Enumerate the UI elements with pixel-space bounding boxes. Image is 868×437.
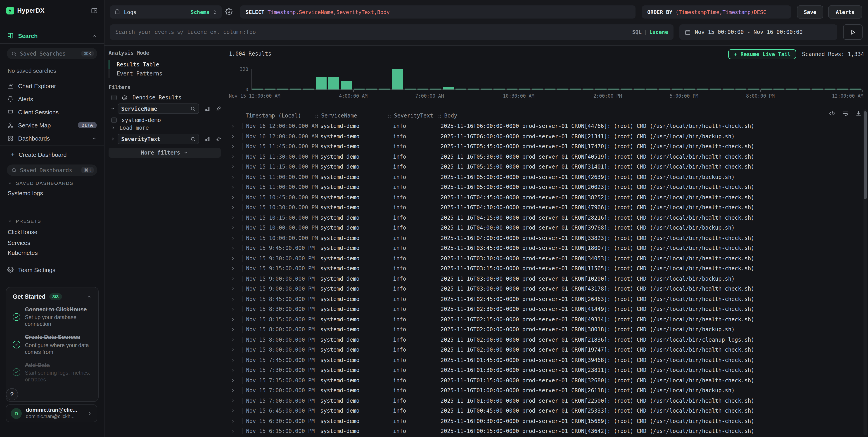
sidebar-item-clickhouse[interactable]: ClickHouse xyxy=(0,227,104,237)
chevron-up-icon[interactable] xyxy=(87,294,92,299)
histogram-bar[interactable] xyxy=(417,88,428,90)
histogram-bar[interactable] xyxy=(481,88,492,90)
download-icon[interactable] xyxy=(855,110,862,116)
log-row[interactable]: Nov 15 6:15:00.000 PMsystemd-demoinfo202… xyxy=(229,426,864,436)
drag-handle-icon[interactable] xyxy=(388,113,391,119)
histogram-bar[interactable] xyxy=(405,88,415,90)
histogram-bar[interactable] xyxy=(736,88,746,90)
filter-option-systemd-demo[interactable]: systemd-demo xyxy=(111,117,161,123)
lucene-mode-toggle[interactable]: Lucene xyxy=(649,29,668,35)
histogram-bar[interactable] xyxy=(341,81,352,90)
saved-dashboards-section[interactable]: SAVED DASHBOARDS xyxy=(0,180,104,186)
log-row[interactable]: Nov 15 10:15:00.000 PMsystemd-demoinfo20… xyxy=(229,213,864,223)
histogram-bar[interactable] xyxy=(265,88,276,90)
source-select[interactable]: Logs Schema xyxy=(110,5,222,19)
row-expand-icon[interactable] xyxy=(229,399,243,403)
log-row[interactable]: Nov 15 8:00:00.000 PMsystemd-demoinfo202… xyxy=(229,335,864,345)
log-row[interactable]: Nov 15 9:45:00.000 PMsystemd-demoinfo202… xyxy=(229,243,864,253)
log-row[interactable]: Nov 15 7:45:00.000 PMsystemd-demoinfo202… xyxy=(229,355,864,365)
histogram-bar[interactable] xyxy=(850,88,861,90)
create-dashboard-button[interactable]: + Create Dashboard xyxy=(0,151,104,158)
log-row[interactable]: Nov 15 8:45:00.000 PMsystemd-demoinfo202… xyxy=(229,294,864,304)
log-row[interactable]: Nov 15 11:15:00.000 PMsystemd-demoinfo20… xyxy=(229,162,864,172)
log-row[interactable]: Nov 15 11:00:00.000 PMsystemd-demoinfo20… xyxy=(229,182,864,192)
pin-icon[interactable] xyxy=(216,136,222,142)
event-search-input[interactable]: Search your events w/ Lucene ex. column:… xyxy=(110,24,674,40)
histogram-bar[interactable] xyxy=(824,88,835,90)
log-row[interactable]: Nov 15 7:15:00.000 PMsystemd-demoinfo202… xyxy=(229,375,864,385)
mode-results-table[interactable]: Results Table xyxy=(108,60,219,69)
log-row[interactable]: Nov 15 6:45:00.000 PMsystemd-demoinfo202… xyxy=(229,406,864,416)
log-row[interactable]: Nov 15 9:00:00.000 PMsystemd-demoinfo202… xyxy=(229,274,864,284)
histogram-bar[interactable] xyxy=(430,88,441,90)
log-row[interactable]: Nov 15 7:00:00.000 PMsystemd-demoinfo202… xyxy=(229,385,864,396)
log-row[interactable]: Nov 15 9:15:00.000 PMsystemd-demoinfo202… xyxy=(229,264,864,274)
log-row[interactable]: Nov 15 11:30:00.000 PMsystemd-demoinfo20… xyxy=(229,152,864,162)
bar-chart-icon[interactable] xyxy=(205,136,210,142)
saved-searches-input[interactable]: Saved Searches ⌘K xyxy=(7,48,97,59)
histogram-bar[interactable] xyxy=(532,88,543,90)
log-row[interactable]: Nov 15 6:30:00.000 PMsystemd-demoinfo202… xyxy=(229,416,864,426)
histogram-bar[interactable] xyxy=(354,88,365,90)
row-expand-icon[interactable] xyxy=(229,358,243,363)
histogram-bar[interactable] xyxy=(748,88,759,90)
histogram-bar[interactable] xyxy=(786,88,797,90)
order-by-input[interactable]: ORDER BY (TimestampTime, Timestamp) DESC xyxy=(642,5,791,19)
histogram-bar[interactable] xyxy=(278,88,288,90)
histogram-bar[interactable] xyxy=(366,88,377,90)
histogram-bar[interactable] xyxy=(583,88,594,90)
histogram-bar[interactable] xyxy=(456,88,466,90)
histogram-bar[interactable] xyxy=(634,88,645,90)
row-expand-icon[interactable] xyxy=(229,175,243,179)
save-button[interactable]: Save xyxy=(797,5,823,19)
histogram-bar[interactable] xyxy=(799,88,810,90)
row-expand-icon[interactable] xyxy=(229,297,243,301)
histogram-bar[interactable] xyxy=(392,69,403,90)
log-row[interactable]: Nov 15 8:15:00.000 PMsystemd-demoinfo202… xyxy=(229,314,864,325)
checkbox[interactable] xyxy=(111,95,117,100)
row-expand-icon[interactable] xyxy=(229,226,243,230)
log-row[interactable]: Nov 15 10:00:00.000 PMsystemd-demoinfo20… xyxy=(229,233,864,243)
histogram-bar[interactable] xyxy=(468,88,479,90)
results-histogram[interactable]: 320 0 Nov 15 12:00:00 AM4:00:00 AM7:00:0… xyxy=(251,69,862,90)
search-icon[interactable] xyxy=(190,136,195,141)
row-expand-icon[interactable] xyxy=(229,215,243,220)
row-expand-icon[interactable] xyxy=(229,276,243,281)
sidebar-item-client-sessions[interactable]: Client Sessions xyxy=(0,106,104,118)
sidebar-item-kubernetes[interactable]: Kubernetes xyxy=(0,248,104,258)
search-icon[interactable] xyxy=(190,106,195,111)
sidebar-item-chart-explorer[interactable]: Chart Explorer xyxy=(0,80,104,92)
bar-chart-icon[interactable] xyxy=(205,106,210,112)
more-filters-button[interactable]: More filters xyxy=(108,148,221,158)
select-columns-input[interactable]: SELECT Timestamp,ServiceName,SeverityTex… xyxy=(240,5,636,19)
histogram-bar[interactable] xyxy=(443,87,454,90)
sidebar-item-systemd-logs[interactable]: Systemd logs xyxy=(0,188,104,198)
get-started-step[interactable]: Create Data Sources Configure where your… xyxy=(13,334,92,356)
sidebar-item-dashboards[interactable]: Dashboards xyxy=(0,132,104,144)
filter-group-name-box[interactable]: ServiceName xyxy=(118,103,199,114)
log-row[interactable]: Nov 15 8:00:00.000 PMsystemd-demoinfo202… xyxy=(229,325,864,335)
column-severitytext[interactable]: SeverityText xyxy=(390,112,440,119)
time-range-picker[interactable]: Nov 15 00:00:00 - Nov 16 00:00:00 xyxy=(679,24,837,40)
sidebar-item-alerts[interactable]: Alerts xyxy=(0,93,104,105)
histogram-bar[interactable] xyxy=(329,77,339,90)
row-expand-icon[interactable] xyxy=(229,378,243,383)
user-profile-button[interactable]: D dominic.tran@clic... dominic.tran@clic… xyxy=(6,404,97,422)
log-row[interactable]: Nov 15 10:30:00.000 PMsystemd-demoinfo20… xyxy=(229,202,864,213)
histogram-bar[interactable] xyxy=(595,88,606,90)
drag-handle-icon[interactable] xyxy=(315,113,318,119)
histogram-bar[interactable] xyxy=(608,88,619,90)
row-expand-icon[interactable] xyxy=(229,185,243,190)
histogram-bar[interactable] xyxy=(506,88,517,90)
row-expand-icon[interactable] xyxy=(229,338,243,342)
column-timestamp[interactable]: Timestamp (Local) xyxy=(243,112,317,119)
checkbox[interactable] xyxy=(111,117,117,123)
scrollbar-thumb[interactable] xyxy=(864,111,867,199)
source-settings-gear-icon[interactable] xyxy=(225,8,232,15)
histogram-bar[interactable] xyxy=(697,88,708,90)
row-expand-icon[interactable] xyxy=(229,287,243,291)
row-expand-icon[interactable] xyxy=(229,409,243,413)
histogram-bar[interactable] xyxy=(659,88,670,90)
row-expand-icon[interactable] xyxy=(229,195,243,200)
row-expand-icon[interactable] xyxy=(229,236,243,240)
